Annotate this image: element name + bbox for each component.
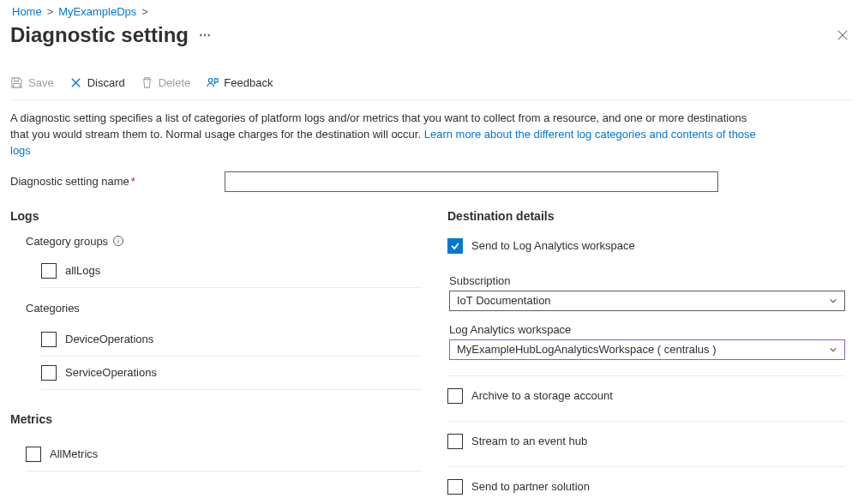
partner-label: Send to partner solution — [471, 480, 590, 493]
dest-partner-row: Send to partner solution — [447, 471, 845, 503]
alllogs-checkbox[interactable] — [41, 263, 57, 279]
serviceoperations-checkbox[interactable] — [41, 365, 57, 381]
breadcrumb-home[interactable]: Home — [12, 5, 42, 18]
title-row: Diagnostic setting ⋯ — [10, 23, 854, 47]
name-input[interactable] — [225, 171, 718, 192]
save-button: Save — [10, 75, 54, 91]
discard-button[interactable]: Discard — [69, 75, 125, 91]
serviceoperations-label: ServiceOperations — [65, 366, 157, 379]
subscription-value: IoT Documentation — [457, 294, 551, 307]
discard-icon — [69, 76, 82, 89]
svg-point-4 — [209, 78, 213, 82]
logs-title: Logs — [10, 209, 422, 223]
name-label: Diagnostic setting name* — [10, 175, 225, 188]
workspace-value: MyExampleHubLogAnalyticsWorkspace ( cent… — [457, 343, 717, 356]
allmetrics-row: AllMetrics — [26, 438, 422, 471]
categories-label: Categories — [26, 302, 422, 315]
deviceoperations-label: DeviceOperations — [65, 333, 153, 345]
eventhub-label: Stream to an event hub — [471, 435, 587, 447]
chevron-down-icon — [829, 345, 837, 354]
delete-button: Delete — [141, 75, 191, 91]
category-groups-text: Category groups — [26, 235, 108, 248]
partner-checkbox[interactable] — [447, 479, 463, 495]
metrics-title: Metrics — [10, 412, 422, 426]
logs-column: Logs Category groups i allLogs Categorie… — [10, 209, 447, 504]
feedback-icon — [206, 76, 219, 89]
chevron-down-icon — [829, 297, 837, 305]
deviceoperations-checkbox[interactable] — [41, 332, 57, 347]
name-row: Diagnostic setting name* — [10, 171, 854, 192]
allmetrics-checkbox[interactable] — [26, 447, 41, 462]
category-row-deviceoperations: DeviceOperations — [41, 323, 422, 357]
page-title-text: Diagnostic setting — [10, 23, 189, 47]
delete-label: Delete — [159, 76, 191, 89]
workspace-field: Log Analytics workspace MyExampleHubLogA… — [449, 323, 845, 360]
name-label-text: Diagnostic setting name — [10, 175, 129, 188]
log-analytics-label: Send to Log Analytics workspace — [471, 239, 635, 252]
dest-log-analytics-group: Send to Log Analytics workspace Subscrip… — [447, 235, 845, 376]
destination-column: Destination details Send to Log Analytic… — [447, 209, 854, 504]
feedback-button[interactable]: Feedback — [206, 75, 273, 91]
save-label: Save — [28, 76, 54, 89]
delete-icon — [141, 76, 153, 89]
required-asterisk: * — [131, 175, 135, 188]
destination-title: Destination details — [447, 209, 845, 223]
dest-archive-row: Archive to a storage account — [447, 380, 845, 412]
info-icon[interactable]: i — [113, 236, 123, 246]
breadcrumb-resource[interactable]: MyExampleDps — [58, 5, 136, 18]
feedback-label: Feedback — [224, 76, 273, 89]
category-row-serviceoperations: ServiceOperations — [41, 357, 422, 390]
breadcrumb: Home > MyExampleDps > — [12, 5, 854, 18]
dest-archive-group: Archive to a storage account — [447, 380, 845, 422]
chevron-right-icon: > — [141, 5, 148, 18]
save-icon — [10, 76, 23, 89]
chevron-right-icon: > — [47, 5, 54, 18]
workspace-select[interactable]: MyExampleHubLogAnalyticsWorkspace ( cent… — [449, 339, 845, 360]
dest-eventhub-group: Stream to an event hub — [447, 425, 845, 467]
subscription-select[interactable]: IoT Documentation — [449, 291, 845, 311]
allmetrics-label: AllMetrics — [50, 447, 98, 460]
archive-label: Archive to a storage account — [471, 389, 613, 402]
page-title: Diagnostic setting ⋯ — [10, 23, 213, 47]
workspace-label: Log Analytics workspace — [449, 323, 845, 336]
dest-partner-group: Send to partner solution — [447, 471, 845, 504]
alllogs-label: allLogs — [65, 264, 100, 277]
eventhub-checkbox[interactable] — [447, 434, 463, 449]
more-icon[interactable]: ⋯ — [199, 29, 213, 41]
discard-label: Discard — [87, 76, 125, 89]
dest-log-analytics-row: Send to Log Analytics workspace — [447, 235, 845, 262]
toolbar: Save Discard Delete Feedback — [10, 75, 854, 100]
alllogs-row: allLogs — [41, 255, 422, 288]
intro-text: A diagnostic setting specifies a list of… — [10, 111, 765, 159]
dest-eventhub-row: Stream to an event hub — [447, 425, 845, 458]
close-icon[interactable] — [837, 29, 849, 41]
subscription-label: Subscription — [449, 274, 845, 287]
category-groups-label: Category groups i — [26, 235, 422, 248]
log-analytics-checkbox[interactable] — [447, 238, 463, 254]
checkmark-icon — [450, 241, 460, 251]
archive-checkbox[interactable] — [447, 388, 463, 404]
subscription-field: Subscription IoT Documentation — [449, 274, 845, 311]
